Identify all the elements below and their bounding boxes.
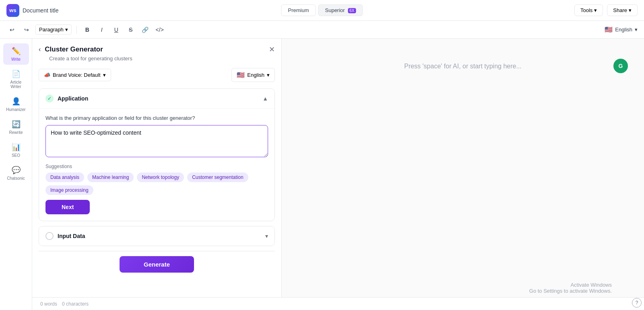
- input-data-section-header[interactable]: Input Data ▾: [39, 226, 275, 246]
- editor-area[interactable]: Press 'space' for AI, or start typing he…: [282, 39, 644, 310]
- sidebar-item-chatsonic[interactable]: 💬 Chatsonic: [3, 162, 29, 184]
- superior-button[interactable]: Superior 6X: [318, 4, 363, 16]
- divider: [76, 26, 77, 34]
- close-button[interactable]: ✕: [269, 45, 275, 54]
- tools-button[interactable]: Tools ▾: [574, 4, 603, 16]
- humanizer-icon: 👤: [12, 97, 21, 106]
- share-button[interactable]: Share ▾: [607, 4, 638, 16]
- chevron-down-icon: ▾: [103, 72, 106, 78]
- premium-button[interactable]: Premium: [281, 4, 316, 16]
- topbar: ws Document title Premium Superior 6X To…: [0, 0, 644, 21]
- suggestion-image-processing[interactable]: Image processing: [45, 185, 93, 195]
- redo-button[interactable]: ↪: [21, 24, 32, 35]
- panel-subtitle: Create a tool for generating clusters: [49, 55, 275, 62]
- flag-icon: 🇺🇸: [237, 71, 245, 79]
- lang-selector-toolbar[interactable]: 🇺🇸 English ▾: [605, 26, 638, 33]
- strikethrough-button[interactable]: S: [125, 24, 136, 35]
- back-button[interactable]: ‹: [39, 46, 41, 53]
- superior-badge: 6X: [348, 8, 356, 13]
- chevron-down-icon: ▾: [635, 27, 638, 33]
- input-data-section: Input Data ▾: [39, 226, 275, 246]
- write-icon: ✏️: [12, 47, 21, 55]
- suggestions-label: Suggestions: [45, 164, 268, 169]
- panel-title: Cluster Generator: [45, 45, 103, 53]
- brand-voice-select[interactable]: 📣 Brand Voice: Default ▾: [39, 69, 111, 81]
- sidebar-item-write[interactable]: ✏️ Write: [3, 43, 29, 65]
- flag-icon: 🇺🇸: [605, 26, 613, 33]
- underline-button[interactable]: U: [111, 24, 122, 35]
- char-count: 0 characters: [62, 301, 89, 307]
- code-button[interactable]: </>: [154, 24, 165, 35]
- main-layout: ✏️ Write 📄 Article Writer 👤 Humanizer 🔄 …: [0, 39, 644, 310]
- chatsonic-icon: 💬: [12, 166, 21, 175]
- grammarly-button[interactable]: G: [613, 59, 628, 73]
- suggestion-network-topology[interactable]: Network topology: [137, 172, 184, 182]
- chevron-down-icon: ▾: [594, 7, 597, 13]
- sidebar-item-rewrite[interactable]: 🔄 Rewrite: [3, 117, 29, 138]
- plan-buttons: Premium Superior 6X: [281, 4, 363, 16]
- controls-row: 📣 Brand Voice: Default ▾ 🇺🇸 English ▾: [39, 68, 275, 82]
- cluster-generator-panel: ‹ Cluster Generator ✕ Create a tool for …: [32, 39, 282, 310]
- empty-check-icon: [45, 232, 54, 240]
- rewrite-icon: 🔄: [12, 120, 21, 129]
- check-icon: ✓: [45, 94, 54, 103]
- suggestions-row: Data analysis Machine learning Network t…: [45, 172, 268, 195]
- topbar-right: Tools ▾ Share ▾: [574, 4, 638, 16]
- generate-row: Generate: [39, 251, 275, 277]
- panel-header: ‹ Cluster Generator ✕: [39, 45, 275, 54]
- help-button[interactable]: ?: [632, 298, 642, 308]
- windows-activate: Activate Windows Go to Settings to activ…: [529, 282, 612, 294]
- toolbar: ↩ ↪ Paragraph ▾ B I U S 🔗 </> 🇺🇸 English…: [0, 21, 644, 39]
- sidebar-item-humanizer[interactable]: 👤 Humanizer: [3, 94, 29, 115]
- application-textarea[interactable]: How to write SEO-optimized content: [45, 125, 268, 157]
- logo-icon: ws: [6, 4, 19, 17]
- suggestion-machine-learning[interactable]: Machine learning: [87, 172, 134, 182]
- seo-icon: 📊: [12, 143, 21, 152]
- editor-placeholder: Press 'space' for AI, or start typing he…: [404, 63, 522, 70]
- chevron-down-icon: ▾: [265, 233, 268, 239]
- next-button[interactable]: Next: [45, 200, 90, 214]
- suggestion-data-analysis[interactable]: Data analysis: [45, 172, 84, 182]
- application-section: ✓ Application ▲ What is the primary appl…: [39, 88, 275, 221]
- sidebar-item-seo[interactable]: 📊 SEO: [3, 140, 29, 161]
- article-writer-icon: 📄: [12, 70, 21, 78]
- chevron-down-icon: ▾: [65, 27, 68, 33]
- application-section-header[interactable]: ✓ Application ▲: [39, 89, 275, 108]
- paragraph-select[interactable]: Paragraph ▾: [35, 25, 72, 35]
- generate-button[interactable]: Generate: [120, 256, 194, 273]
- undo-button[interactable]: ↩: [6, 24, 18, 35]
- statusbar: 0 words 0 characters: [32, 297, 644, 310]
- chevron-up-icon: ▲: [262, 95, 268, 102]
- sidebar-item-article-writer[interactable]: 📄 Article Writer: [3, 66, 29, 92]
- application-section-body: What is the primary application or field…: [39, 108, 275, 221]
- chevron-down-icon: ▾: [267, 72, 270, 78]
- chevron-down-icon: ▾: [629, 7, 632, 13]
- word-count: 0 words: [40, 301, 57, 307]
- bold-button[interactable]: B: [82, 24, 93, 35]
- application-question: What is the primary application or field…: [45, 115, 268, 121]
- suggestion-customer-segmentation[interactable]: Customer segmentation: [187, 172, 248, 182]
- link-button[interactable]: 🔗: [140, 24, 151, 35]
- italic-button[interactable]: I: [96, 24, 107, 35]
- brand-voice-icon: 📣: [44, 72, 50, 78]
- document-title: Document title: [23, 7, 58, 14]
- lang-select[interactable]: 🇺🇸 English ▾: [231, 68, 275, 82]
- sidebar: ✏️ Write 📄 Article Writer 👤 Humanizer 🔄 …: [0, 39, 32, 310]
